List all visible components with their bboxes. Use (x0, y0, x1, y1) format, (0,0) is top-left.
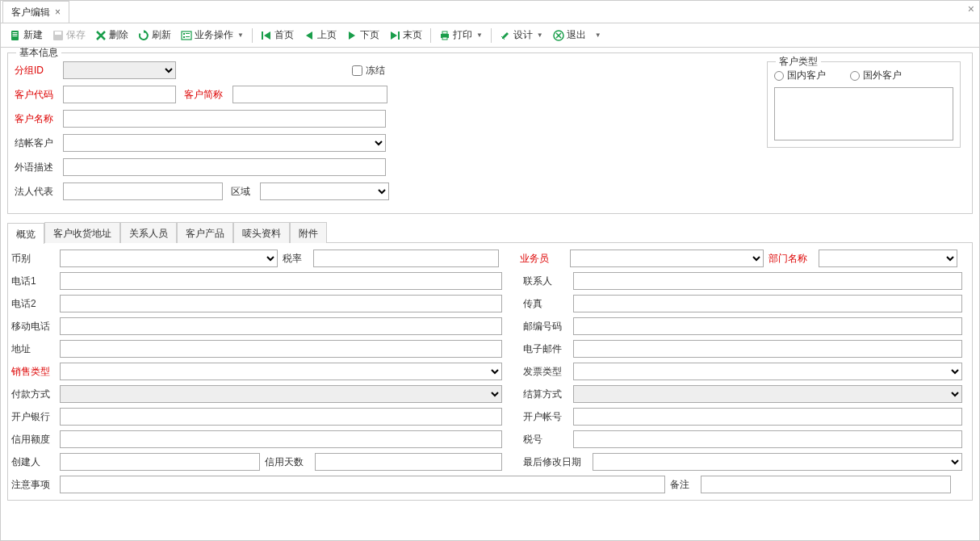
domestic-label: 国内客户 (787, 69, 826, 82)
fax-input[interactable] (573, 295, 962, 312)
currency-select[interactable] (60, 250, 278, 267)
new-label: 新建 (23, 28, 43, 42)
separator (252, 28, 253, 43)
new-icon (10, 30, 21, 41)
separator (491, 28, 492, 43)
bizop-button[interactable]: 业务操作 ▼ (177, 26, 248, 45)
pay-method-label: 付款方式 (11, 388, 55, 401)
phone1-input[interactable] (60, 272, 502, 290)
foreign-label: 国外客户 (863, 69, 902, 82)
cust-short-input[interactable] (232, 86, 387, 103)
email-label: 电子邮件 (523, 342, 568, 356)
tab-ship-addr[interactable]: 客户收货地址 (44, 222, 120, 243)
svg-rect-8 (186, 33, 190, 34)
tax-no-label: 税号 (523, 433, 568, 447)
fax-label: 传真 (523, 297, 568, 311)
svg-rect-2 (13, 34, 18, 35)
contact-input[interactable] (573, 272, 962, 290)
mobile-input[interactable] (60, 317, 502, 335)
delete-icon (95, 30, 107, 41)
creator-input[interactable] (60, 453, 260, 471)
last-button[interactable]: 末页 (385, 26, 426, 45)
foreign-desc-input[interactable] (63, 158, 386, 176)
tab-customer-edit[interactable]: 客户编辑 × (2, 1, 69, 23)
window-close-icon[interactable]: × (968, 2, 974, 15)
account-input[interactable] (573, 408, 962, 426)
svg-rect-1 (13, 32, 18, 33)
sales-type-select[interactable] (60, 363, 502, 380)
cust-name-input[interactable] (63, 110, 386, 128)
delete-button[interactable]: 删除 (91, 26, 132, 45)
next-icon (346, 30, 358, 41)
first-button[interactable]: 首页 (257, 26, 298, 45)
frozen-label: 冻结 (366, 64, 385, 78)
frozen-checkbox[interactable]: 冻结 (352, 64, 385, 78)
tax-rate-input[interactable] (313, 250, 499, 267)
legal-rep-input[interactable] (63, 182, 223, 200)
phone2-label: 电话2 (11, 297, 55, 311)
save-label: 保存 (66, 28, 86, 42)
region-select[interactable] (260, 182, 389, 200)
bill-cust-select[interactable] (63, 134, 386, 152)
delete-label: 删除 (109, 28, 128, 42)
domestic-radio[interactable]: 国内客户 (774, 69, 826, 82)
pay-method-select[interactable] (60, 385, 502, 403)
postcode-input[interactable] (573, 317, 962, 335)
settle-method-select[interactable] (573, 385, 962, 403)
first-label: 首页 (274, 28, 294, 42)
chevron-down-icon: ▼ (595, 31, 601, 39)
notes-input[interactable] (60, 476, 665, 493)
refresh-icon (138, 30, 149, 41)
tab-label: 客户编辑 (11, 2, 50, 23)
last-mod-date-select[interactable] (593, 453, 962, 471)
overview-panel: 币别 税率 业务员 部门名称 电话1 联系人 电话2 传真 (7, 243, 973, 501)
creator-label: 创建人 (11, 455, 55, 469)
close-icon[interactable]: × (55, 2, 61, 23)
svg-rect-15 (442, 37, 447, 40)
design-icon (500, 30, 511, 41)
exit-label: 退出 (567, 28, 586, 42)
credit-limit-input[interactable] (60, 430, 502, 448)
tab-bar: 客户编辑 × × (1, 1, 979, 23)
design-button[interactable]: 设计 ▼ (496, 26, 547, 45)
radio-icon (850, 71, 860, 81)
exit-button[interactable]: 退出 (549, 26, 590, 45)
next-button[interactable]: 下页 (342, 26, 383, 45)
foreign-radio[interactable]: 国外客户 (850, 69, 902, 82)
tax-rate-label: 税率 (283, 252, 308, 266)
group-id-select[interactable] (63, 61, 176, 79)
phone2-input[interactable] (60, 295, 502, 312)
refresh-button[interactable]: 刷新 (134, 26, 175, 45)
customer-type-group: 客户类型 国内客户 国外客户 (767, 61, 961, 148)
save-icon (52, 30, 64, 41)
first-icon (261, 30, 272, 41)
tab-contacts[interactable]: 关系人员 (120, 222, 177, 243)
remark-input[interactable] (701, 476, 951, 493)
dept-name-select[interactable] (819, 250, 957, 267)
mobile-label: 移动电话 (11, 320, 55, 333)
new-button[interactable]: 新建 (6, 26, 47, 45)
tab-products[interactable]: 客户产品 (177, 222, 233, 243)
window: 客户编辑 × × 新建 保存 删除 刷新 业务操作 ▼ 首页 (0, 0, 980, 541)
svg-rect-11 (262, 31, 263, 40)
tax-no-input[interactable] (573, 430, 962, 448)
tab-overview[interactable]: 概览 (7, 223, 44, 244)
bank-input[interactable] (60, 408, 502, 426)
print-button[interactable]: 打印 ▼ (435, 26, 487, 45)
invoice-type-select[interactable] (573, 363, 962, 380)
notes-label: 注意事项 (11, 478, 55, 492)
address-input[interactable] (60, 340, 502, 358)
tab-mark-info[interactable]: 唛头资料 (233, 222, 290, 243)
prev-button[interactable]: 上页 (299, 26, 341, 45)
customer-type-legend: 客户类型 (776, 55, 821, 69)
legal-rep-label: 法人代表 (15, 185, 60, 199)
tab-attach[interactable]: 附件 (290, 222, 327, 243)
cust-code-label: 客户代码 (15, 88, 60, 102)
svg-rect-10 (186, 36, 190, 37)
salesman-select[interactable] (570, 250, 764, 267)
frozen-checkbox-input[interactable] (352, 65, 362, 76)
credit-days-input[interactable] (315, 453, 502, 471)
sub-tabs: 概览 客户收货地址 关系人员 客户产品 唛头资料 附件 (7, 222, 973, 243)
cust-code-input[interactable] (63, 86, 176, 103)
email-input[interactable] (573, 340, 962, 358)
